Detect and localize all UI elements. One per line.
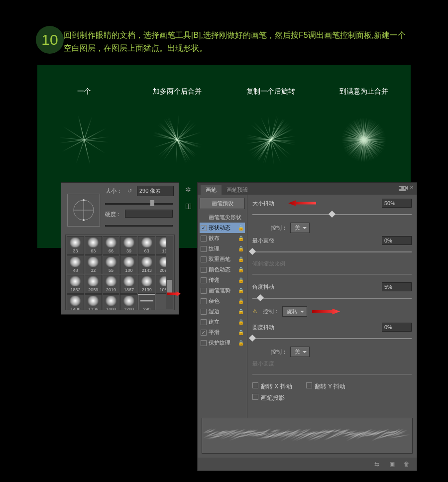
size-jitter-slider[interactable]: [252, 211, 412, 218]
step-instruction-text: 回到制作眼睛的文档，选择画笔工具[B],选择刚做好的画笔，然后按F5调出画笔控制…: [64, 29, 412, 54]
brush-thumb[interactable]: 1862: [67, 275, 84, 294]
size-slider[interactable]: [105, 199, 173, 208]
brush-thumb[interactable]: 63: [138, 236, 155, 255]
sample-3: 复制一个后旋转: [226, 87, 316, 175]
sample-1-brush: [49, 105, 119, 175]
gear-icon[interactable]: ✲: [182, 185, 195, 195]
sample-4-brush: [329, 105, 399, 175]
sample-1-label: 一个: [39, 87, 129, 96]
min-round-label: 最小圆度: [252, 360, 274, 367]
sample-2-brush: [142, 105, 212, 175]
sample-1: 一个: [39, 87, 129, 175]
scrollbar[interactable]: [166, 236, 173, 309]
brush-option-散布[interactable]: 散布🔒: [200, 233, 245, 243]
brush-thumb[interactable]: 1288: [120, 294, 137, 310]
projection-checkbox[interactable]: 画笔投影: [252, 394, 285, 402]
brush-thumb[interactable]: 48: [67, 255, 84, 274]
control-label-2: 控制：: [259, 308, 279, 315]
size-label: 大小：: [105, 187, 122, 195]
sample-3-brush: [236, 105, 306, 175]
brush-option-纹理[interactable]: 纹理🔒: [200, 243, 245, 254]
control-select-3[interactable]: 关: [290, 347, 310, 357]
size-field[interactable]: 290 像素: [137, 186, 174, 196]
red-arrow-annotation: [288, 200, 316, 206]
sample-4: 到满意为止合并: [319, 87, 409, 175]
brush-thumb[interactable]: 1867: [120, 275, 137, 294]
brush-thumb[interactable]: 1488: [103, 294, 120, 310]
brush-thumb[interactable]: 290: [138, 294, 155, 310]
angle-jitter-value[interactable]: 5%: [382, 282, 412, 291]
warning-icon: ⚠: [252, 308, 257, 315]
brush-option-双重画笔[interactable]: 双重画笔🔒: [200, 254, 245, 264]
toggle-icon[interactable]: ⇆: [373, 460, 381, 468]
brush-tip-shape-row[interactable]: 画笔笔尖形状: [200, 212, 245, 223]
sample-row: 一个 加多两个后合并 复制一个后旋转 到满意为止合并: [37, 87, 411, 175]
control-label-3: 控制：: [252, 348, 287, 356]
angle-jitter-slider[interactable]: [252, 294, 412, 301]
min-round-slider: [252, 370, 412, 377]
panel-right-column: 大小抖动 50% 控制： 关 最小直径 0% 倾斜缩放比例 角度抖动 5%: [247, 195, 417, 424]
round-jitter-label: 圆度抖动: [252, 324, 283, 331]
brush-option-平滑[interactable]: 平滑🔒: [200, 327, 245, 338]
panel-tab-row: 画笔 画笔预设 ◀◀ ✕: [198, 183, 417, 195]
step-number-badge: 10: [36, 26, 64, 54]
brush-option-形状动态[interactable]: 形状动态🔒: [200, 223, 245, 233]
size-jitter-label: 大小抖动: [252, 200, 283, 207]
control-select-2[interactable]: 旋转: [282, 306, 307, 317]
sample-4-label: 到满意为止合并: [319, 87, 409, 96]
tilt-scale-slider: [252, 270, 412, 277]
brush-angle-control[interactable]: [67, 194, 100, 227]
brush-thumb[interactable]: 1488: [67, 294, 84, 310]
brush-thumb[interactable]: 2019: [103, 275, 120, 294]
tilt-scale-label: 倾斜缩放比例: [252, 260, 285, 267]
svg-point-3: [83, 199, 85, 201]
flip-y-checkbox[interactable]: 翻转 Y 抖动: [306, 382, 345, 391]
round-jitter-slider[interactable]: [252, 335, 412, 342]
brush-thumb[interactable]: 39: [120, 236, 137, 255]
min-diameter-slider[interactable]: [252, 248, 412, 255]
brush-thumb[interactable]: 33: [67, 236, 84, 255]
round-jitter-value[interactable]: 0%: [382, 323, 412, 332]
brush-thumbnail-grid: 3363663963114832551002143209618622059201…: [65, 235, 175, 310]
close-icon[interactable]: ◀◀ ✕: [400, 185, 414, 190]
new-preset-icon[interactable]: ◫: [182, 201, 195, 211]
red-arrow-annotation: [312, 309, 340, 315]
brush-option-画笔笔势[interactable]: 画笔笔势🔒: [200, 285, 245, 296]
brush-thumb[interactable]: 1336: [85, 294, 102, 310]
brush-option-湿边[interactable]: 湿边🔒: [200, 306, 245, 317]
brush-option-保护纹理[interactable]: 保护纹理🔒: [200, 338, 245, 348]
brush-thumb[interactable]: 2143: [138, 255, 155, 274]
flip-x-checkbox[interactable]: 翻转 X 抖动: [252, 382, 292, 391]
brush-thumb[interactable]: 66: [103, 236, 120, 255]
brush-thumb[interactable]: 32: [85, 255, 102, 274]
panel-left-column: 画笔预设 画笔笔尖形状 形状动态🔒散布🔒纹理🔒双重画笔🔒颜色动态🔒传递🔒画笔笔势…: [198, 195, 247, 424]
new-icon[interactable]: ▣: [388, 460, 396, 468]
trash-icon[interactable]: 🗑: [403, 460, 411, 468]
hardness-label: 硬度：: [105, 211, 123, 218]
size-jitter-value[interactable]: 50%: [382, 199, 412, 208]
sample-2: 加多两个后合并: [132, 87, 222, 175]
angle-jitter-label: 角度抖动: [252, 283, 283, 291]
brush-option-杂色[interactable]: 杂色🔒: [200, 296, 245, 306]
sample-3-label: 复制一个后旋转: [226, 87, 316, 96]
hardness-field[interactable]: [125, 210, 173, 218]
panel-footer: ⇆ ▣ 🗑: [198, 458, 417, 471]
brush-presets-button[interactable]: 画笔预设: [200, 198, 245, 209]
control-select-1[interactable]: 关: [290, 223, 310, 233]
brush-panel: 画笔 画笔预设 ◀◀ ✕ 画笔预设 画笔笔尖形状 形状动态🔒散布🔒纹理🔒双重画笔…: [197, 182, 417, 471]
brush-thumb[interactable]: 55: [103, 255, 120, 274]
brush-option-颜色动态[interactable]: 颜色动态🔒: [200, 264, 245, 275]
control-label-1: 控制：: [252, 224, 287, 232]
brush-option-建立[interactable]: 建立🔒: [200, 317, 245, 327]
reset-icon[interactable]: ↺: [126, 188, 133, 195]
sample-2-label: 加多两个后合并: [132, 87, 222, 96]
brush-thumb[interactable]: 63: [85, 236, 102, 255]
brush-option-传递[interactable]: 传递🔒: [200, 275, 245, 285]
brush-thumb[interactable]: 100: [120, 255, 137, 274]
brush-thumb[interactable]: 2139: [138, 275, 155, 294]
tab-brush-presets[interactable]: 画笔预设: [222, 185, 253, 195]
hardness-slider[interactable]: [105, 221, 173, 230]
min-diameter-value[interactable]: 0%: [382, 236, 412, 245]
brush-thumb[interactable]: 2059: [85, 275, 102, 294]
tab-brush[interactable]: 画笔: [201, 185, 222, 195]
